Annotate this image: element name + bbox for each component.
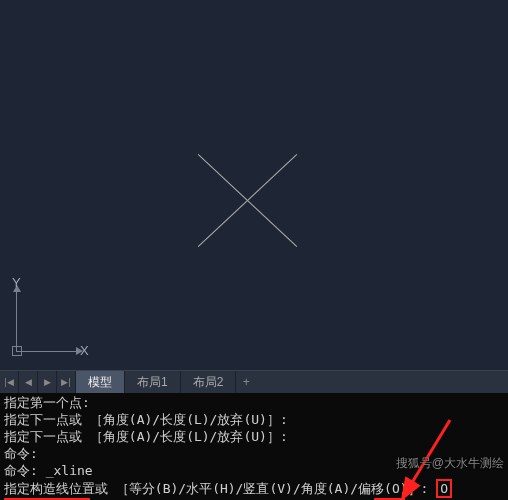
cmd-line: 指定下一点或 ［角度(A)/长度(L)/放弃(U)］: (4, 428, 504, 445)
tab-nav: |◀ ◀ ▶ ▶| (0, 371, 76, 393)
cmd-line: 指定第一个点: (4, 394, 504, 411)
nav-prev-button[interactable]: ◀ (19, 371, 38, 393)
drawing-canvas[interactable]: Y X (0, 0, 508, 370)
tab-model[interactable]: 模型 (76, 371, 125, 393)
command-window[interactable]: 指定第一个点: 指定下一点或 ［角度(A)/长度(L)/放弃(U)］: 指定下一… (0, 393, 508, 500)
nav-last-button[interactable]: ▶| (57, 371, 76, 393)
nav-first-button[interactable]: |◀ (0, 371, 19, 393)
ucs-x-label: X (80, 343, 89, 358)
tab-layout2[interactable]: 布局2 (181, 371, 237, 393)
tab-layout1[interactable]: 布局1 (125, 371, 181, 393)
add-layout-button[interactable]: + (236, 375, 256, 389)
cmd-line: 指定下一点或 ［角度(A)/长度(L)/放弃(U)］: (4, 411, 504, 428)
highlight-offset-option: O (436, 479, 452, 498)
layout-tabbar: |◀ ◀ ▶ ▶| 模型 布局1 布局2 + (0, 370, 508, 393)
cmd-line: 指定构造线位置或 ［等分(B)/水平(H)/竖直(V)/角度(A)/偏移(O)］… (4, 479, 504, 498)
watermark-text: 搜狐号@大水牛测绘 (396, 455, 504, 472)
nav-next-button[interactable]: ▶ (38, 371, 57, 393)
ucs-y-label: Y (12, 275, 21, 290)
